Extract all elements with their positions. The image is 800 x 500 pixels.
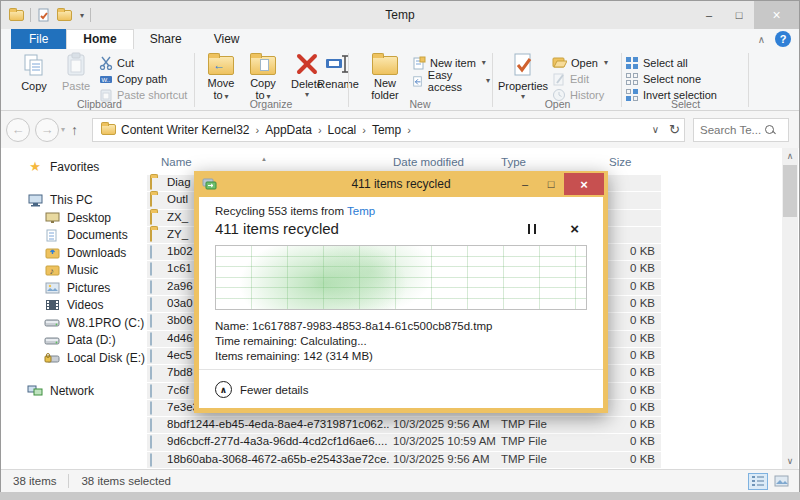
new-folder-button[interactable]: New folder — [362, 52, 408, 101]
dialog-maximize-button[interactable]: □ — [538, 178, 564, 190]
items-selected: 38 items selected — [69, 475, 183, 487]
dialog-title-bar[interactable]: 411 items recycled – □ × — [194, 171, 608, 197]
status-bar: 38 items 38 items selected — [1, 469, 799, 492]
copy-to-icon — [250, 56, 276, 75]
breadcrumb-separator-icon[interactable]: › — [315, 124, 325, 136]
explorer-icon — [9, 10, 24, 21]
address-bar: ← → ▾ ↑ Content Writer Kernel32›AppData›… — [1, 111, 799, 148]
help-icon[interactable]: ? — [775, 31, 791, 47]
paste-button[interactable]: Paste — [53, 52, 99, 92]
properties-button[interactable]: Properties ▾ — [496, 52, 550, 101]
file-row[interactable]: 9d6cbcff-277d-4a3a-96dd-4cd2cf1d6ae6....… — [147, 434, 661, 451]
sidebar-item-documents[interactable]: Documents — [1, 227, 146, 245]
file-icon — [150, 315, 152, 327]
sidebar-item-network[interactable]: Network — [1, 383, 146, 401]
open-button[interactable]: Open ▾ — [552, 55, 608, 70]
file-row[interactable]: 18b60aba-3068-4672-a65b-e25433ae72ce...1… — [147, 452, 661, 469]
dialog-close-button[interactable]: × — [564, 173, 604, 195]
sidebar-item-desktop[interactable]: Desktop — [1, 209, 146, 227]
maximize-button[interactable]: □ — [724, 1, 754, 29]
properties-qat-icon[interactable] — [37, 8, 51, 22]
ribbon-collapse-icon[interactable]: ∧ — [758, 34, 765, 45]
column-header-type[interactable]: Type — [501, 156, 526, 168]
search-box[interactable] — [693, 118, 789, 142]
breadcrumb-separator-icon[interactable]: › — [359, 124, 369, 136]
copy-button[interactable]: Copy — [11, 52, 57, 92]
sidebar-item-this-pc[interactable]: This PC — [1, 192, 146, 210]
location-folder-icon — [101, 124, 116, 135]
column-header-size[interactable]: Size — [609, 156, 631, 168]
scroll-down-icon[interactable]: ∨ — [782, 453, 798, 469]
details-view-button[interactable] — [748, 473, 768, 490]
tab-share[interactable]: Share — [134, 30, 198, 49]
address-box[interactable]: Content Writer Kernel32›AppData›Local›Te… — [92, 118, 685, 142]
tab-home[interactable]: Home — [66, 29, 133, 49]
dialog-minimize-button[interactable]: – — [512, 178, 538, 190]
sidebar-item-w8-1pro-c[interactable]: W8.1PRO (C:) — [1, 314, 146, 332]
column-header-date-modified[interactable]: Date modified — [393, 156, 464, 168]
scrollbar-thumb[interactable] — [783, 165, 797, 217]
scroll-up-icon[interactable]: ∧ — [782, 148, 798, 164]
window-title: Temp — [1, 8, 799, 22]
edit-button[interactable]: Edit — [552, 71, 589, 86]
address-dropdown-icon[interactable]: ∨ — [652, 124, 659, 135]
minimize-button[interactable]: – — [694, 1, 724, 29]
breadcrumb-segment[interactable]: AppData — [262, 123, 315, 137]
thumbnail-view-button[interactable] — [771, 473, 791, 490]
cut-button[interactable]: Cut — [99, 55, 134, 70]
qat-caret-icon[interactable]: ▾ — [80, 11, 84, 20]
move-to-button[interactable]: ← Move to▾ — [198, 52, 244, 103]
drive-icon — [44, 335, 60, 346]
file-icon — [150, 402, 152, 414]
file-icon — [150, 281, 152, 293]
cancel-icon[interactable]: × — [570, 220, 579, 237]
tab-right-controls: ∧ ? — [758, 31, 791, 47]
search-input[interactable] — [694, 124, 764, 136]
file-icon — [150, 367, 152, 379]
select-all-icon — [625, 56, 639, 70]
select-none-button[interactable]: Select none — [625, 71, 701, 86]
new-folder-qat-icon[interactable] — [57, 10, 72, 21]
sidebar-item-label: Favorites — [50, 160, 99, 174]
breadcrumb-segment[interactable]: Content Writer Kernel32 — [118, 123, 253, 137]
pause-icon[interactable] — [528, 224, 536, 234]
column-header-name[interactable]: Name — [161, 156, 192, 168]
select-all-button[interactable]: Select all — [625, 55, 688, 70]
breadcrumb-separator-icon[interactable]: › — [253, 124, 263, 136]
open-icon — [552, 56, 567, 69]
tab-file[interactable]: File — [11, 29, 66, 49]
ribbon-group-new: New folder New item ▾ Easy access ▾ New — [350, 49, 490, 111]
breadcrumb-separator-icon[interactable]: › — [404, 124, 414, 136]
back-button[interactable]: ← — [6, 118, 30, 142]
breadcrumb-segment[interactable]: Temp — [369, 123, 404, 137]
sidebar-item-favorites[interactable]: ★Favorites — [1, 158, 146, 176]
close-button[interactable]: × — [754, 1, 799, 29]
easy-access-button[interactable]: Easy access ▾ — [412, 73, 490, 88]
tab-view[interactable]: View — [198, 30, 256, 49]
copy-to-button[interactable]: Copy to▾ — [240, 52, 286, 103]
recycle-progress-dialog: 411 items recycled – □ × Recycling 553 i… — [194, 171, 608, 413]
sidebar-item-videos[interactable]: Videos — [1, 297, 146, 315]
refresh-icon[interactable]: ↻ — [669, 122, 680, 137]
details-view-icon — [751, 475, 765, 487]
cut-icon — [99, 56, 113, 70]
copy-path-button[interactable]: W.. Copy path — [99, 71, 167, 86]
chevron-up-icon: ∧ — [215, 381, 232, 398]
forward-button[interactable]: → — [35, 118, 59, 142]
sidebar-item-data-d[interactable]: Data (D:) — [1, 332, 146, 350]
sidebar-item-music[interactable]: ♪Music — [1, 262, 146, 280]
sidebar-item-local-disk-e[interactable]: Local Disk (E:) — [1, 349, 146, 367]
breadcrumb-segment[interactable]: Local — [325, 123, 360, 137]
sidebar-item-pictures[interactable]: Pictures — [1, 279, 146, 297]
sidebar-item-downloads[interactable]: Downloads — [1, 244, 146, 262]
folder-icon — [150, 177, 152, 189]
history-caret-icon[interactable]: ▾ — [61, 125, 65, 134]
up-button[interactable]: ↑ — [71, 122, 78, 138]
search-icon[interactable] — [764, 124, 776, 136]
dialog-subtitle: Recycling 553 items from Temp — [215, 205, 587, 217]
move-to-icon: ← — [208, 56, 234, 75]
file-row[interactable]: 8bdf1244-eb45-4eda-8ae4-e7319871c062....… — [147, 417, 661, 434]
temp-folder-link[interactable]: Temp — [347, 205, 375, 217]
vertical-scrollbar[interactable]: ∧ ∨ — [782, 148, 798, 469]
fewer-details-button[interactable]: ∧ Fewer details — [215, 381, 308, 398]
